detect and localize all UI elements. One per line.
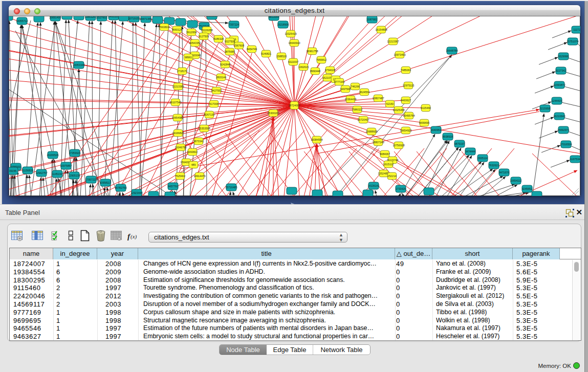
svg-text:19384554: 19384554 [311,138,322,141]
svg-text:7357224: 7357224 [229,23,239,26]
svg-text:17957223: 17957223 [85,178,97,181]
svg-text:3215958: 3215958 [540,107,550,110]
svg-text:10958117: 10958117 [100,181,112,184]
svg-text:9463627: 9463627 [401,99,411,102]
svg-text:20206526: 20206526 [47,154,58,157]
svg-text:5493822: 5493822 [187,150,198,154]
svg-text:1145193: 1145193 [52,172,62,176]
svg-text:1640953: 1640953 [431,128,441,132]
svg-text:10973493: 10973493 [394,53,405,56]
svg-text:9084067: 9084067 [380,152,390,156]
svg-text:1615112: 1615112 [383,163,394,166]
svg-text:25300203: 25300203 [267,112,279,115]
svg-text:12213369: 12213369 [172,85,184,88]
svg-text:23226058: 23226058 [201,29,212,32]
svg-text:8267130: 8267130 [204,113,214,116]
svg-text:489: 489 [191,163,196,166]
svg-text:6497568: 6497568 [340,87,351,91]
svg-text:15716485: 15716485 [225,186,237,189]
svg-text:16961758: 16961758 [306,50,318,53]
svg-text:8427552: 8427552 [211,89,222,92]
svg-text:17359926: 17359926 [69,151,80,155]
svg-text:14136141: 14136141 [367,184,379,187]
svg-text:9245652: 9245652 [522,187,532,190]
svg-text:8186328: 8186328 [213,37,224,40]
svg-text:10853267: 10853267 [84,16,96,18]
svg-text:16782759: 16782759 [115,186,126,189]
svg-text:252214: 252214 [387,174,396,178]
svg-text:6466160: 6466160 [108,16,119,18]
svg-text:14914479: 14914479 [193,174,205,178]
svg-text:10688609: 10688609 [365,130,377,133]
svg-text:7955812: 7955812 [316,58,326,61]
svg-text:15720407: 15720407 [357,118,369,121]
svg-text:9115460: 9115460 [421,106,431,110]
svg-text:23053346: 23053346 [73,63,84,67]
svg-text:9327508: 9327508 [225,40,235,43]
svg-text:9146821: 9146821 [261,52,271,55]
svg-text:8454749: 8454749 [247,48,257,51]
svg-text:1527602: 1527602 [97,16,107,19]
svg-text:12975115: 12975115 [403,84,415,87]
svg-text:20364436: 20364436 [344,98,356,101]
svg-text:11156829: 11156829 [22,169,33,172]
svg-text:14055712: 14055712 [16,19,28,23]
svg-text:6794028: 6794028 [325,69,335,72]
svg-text:3624554: 3624554 [359,91,369,94]
svg-text:13325419: 13325419 [285,32,296,35]
svg-text:2367608: 2367608 [234,44,244,47]
svg-text:8660124: 8660124 [172,28,182,31]
svg-text:7485063: 7485063 [401,69,411,72]
svg-text:7632621: 7632621 [489,164,499,167]
svg-text:8813054: 8813054 [269,16,279,18]
svg-text:2935114: 2935114 [477,157,488,160]
svg-text:11172: 11172 [573,28,580,31]
svg-text:2803144: 2803144 [216,76,226,79]
svg-text:6699695: 6699695 [419,121,429,124]
svg-text:1588520: 1588520 [276,55,287,58]
svg-text:20691406: 20691406 [49,16,61,19]
svg-text:16107543: 16107543 [169,101,181,104]
svg-text:8471676: 8471676 [499,171,509,174]
svg-text:15353594: 15353594 [198,127,210,130]
svg-text:39155: 39155 [9,169,17,172]
svg-text:6322037: 6322037 [288,60,298,63]
svg-text:6879197: 6879197 [454,142,465,145]
svg-text:10543352: 10543352 [189,41,201,45]
svg-text:9242848: 9242848 [220,63,230,66]
svg-text:18724007: 18724007 [288,104,300,107]
svg-text:10807487: 10807487 [372,97,384,100]
svg-text:8990448: 8990448 [310,70,320,73]
svg-text:19218906: 19218906 [277,23,289,26]
svg-text:1362615: 1362615 [298,65,309,69]
svg-text:16640910: 16640910 [288,41,300,45]
svg-text:7625402: 7625402 [175,174,185,178]
svg-text:2718170: 2718170 [177,70,187,73]
svg-text:12905135: 12905135 [68,174,80,177]
svg-text:9329996: 9329996 [558,55,569,58]
svg-text:9127509: 9127509 [199,35,209,38]
svg-text:19166827: 19166827 [172,132,184,135]
svg-text:3912954: 3912954 [186,31,197,34]
svg-text:62160: 62160 [386,102,394,105]
svg-text:3873342: 3873342 [193,140,204,143]
svg-text:15751074: 15751074 [567,40,578,43]
svg-text:3875685: 3875685 [225,50,235,53]
svg-text:1733426: 1733426 [396,187,406,190]
svg-text:7986322: 7986322 [352,108,362,111]
svg-text:10025458: 10025458 [393,108,404,112]
svg-text:10654112: 10654112 [510,179,522,182]
svg-text:12093872: 12093872 [553,83,565,86]
svg-text:16671355: 16671355 [140,17,151,20]
svg-text:18807249: 18807249 [372,141,384,144]
svg-text:9777169: 9777169 [334,80,344,83]
svg-text:16033809: 16033809 [206,16,217,17]
svg-text:16154808: 16154808 [375,28,387,31]
svg-text:17016504: 17016504 [560,143,572,146]
svg-text:9474444: 9474444 [465,150,475,153]
svg-text:8938918: 8938918 [443,135,453,138]
svg-text:9227342: 9227342 [556,69,566,72]
svg-text:12213367: 12213367 [387,40,399,43]
svg-text:12923448: 12923448 [130,191,142,194]
svg-text:746266: 746266 [351,85,359,88]
